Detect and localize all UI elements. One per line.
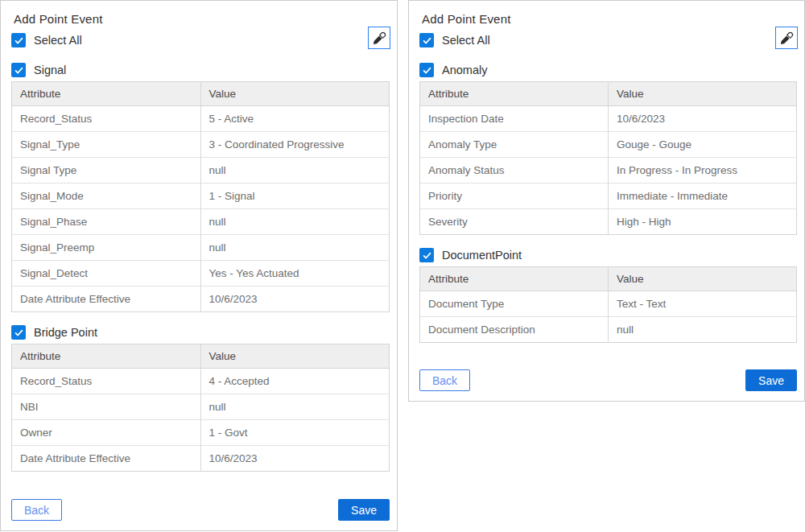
attribute-table-documentpoint: Attribute Value Document TypeText - Text…: [419, 266, 797, 343]
panel-footer: Back Save: [419, 369, 797, 391]
column-header-attribute: Attribute: [12, 344, 201, 369]
attribute-cell: Date Attribute Effective: [12, 287, 201, 312]
check-icon: [422, 35, 432, 46]
table-row: Date Attribute Effective10/6/2023: [12, 287, 390, 312]
table-row: Document TypeText - Text: [420, 291, 797, 317]
attribute-cell: Document Description: [420, 317, 609, 343]
checkbox-anomaly[interactable]: [419, 63, 434, 77]
attribute-cell: Date Attribute Effective: [12, 446, 201, 472]
page: Add Point Event Select All Signal Attrib…: [0, 0, 805, 532]
column-header-value: Value: [609, 82, 797, 106]
checkbox-signal[interactable]: [11, 63, 26, 77]
section-row-bridge-point: Bridge Point: [11, 325, 390, 340]
value-cell: Gouge - Gouge: [609, 132, 797, 158]
table-row: Signal_Type3 - Coordinated Progressive: [12, 132, 390, 158]
attribute-cell: Signal_Mode: [12, 184, 201, 209]
column-header-value: Value: [200, 344, 390, 369]
table-header-row: Attribute Value: [12, 344, 390, 369]
check-icon: [14, 35, 24, 46]
select-all-row: Select All: [11, 33, 390, 47]
attribute-cell: Signal_Detect: [12, 261, 201, 287]
table-row: Signal_DetectYes - Yes Actuated: [12, 261, 390, 287]
section-row-anomaly: Anomaly: [419, 63, 797, 77]
table-row: Document Descriptionnull: [420, 317, 797, 343]
value-cell: null: [200, 209, 390, 235]
table-row: Signal_Mode1 - Signal: [12, 184, 390, 209]
attribute-cell: Anomaly Status: [420, 158, 609, 184]
value-cell: 1 - Govt: [200, 420, 390, 446]
section-row-documentpoint: DocumentPoint: [419, 248, 797, 262]
eyedropper-button[interactable]: [368, 27, 390, 49]
table-header-row: Attribute Value: [420, 267, 797, 291]
column-header-value: Value: [609, 267, 797, 291]
attribute-cell: Owner: [12, 420, 201, 446]
select-all-label: Select All: [34, 34, 82, 47]
table-row: NBInull: [12, 394, 390, 420]
section-label-documentpoint: DocumentPoint: [442, 249, 522, 262]
value-cell: Text - Text: [609, 291, 797, 317]
add-point-event-panel-right: Add Point Event Select All Anomaly Attri…: [408, 0, 805, 402]
attribute-cell: Anomaly Type: [420, 132, 609, 158]
column-header-attribute: Attribute: [420, 267, 609, 291]
eyedropper-button[interactable]: [775, 27, 798, 49]
check-icon: [422, 65, 432, 76]
attribute-cell: Record_Status: [12, 369, 201, 394]
table-row: Anomaly StatusIn Progress - In Progress: [420, 158, 797, 184]
value-cell: null: [200, 158, 390, 184]
select-all-checkbox[interactable]: [419, 33, 434, 47]
back-button[interactable]: Back: [419, 369, 470, 391]
table-row: Record_Status5 - Active: [12, 106, 390, 132]
value-cell: 3 - Coordinated Progressive: [200, 132, 390, 158]
eyedropper-icon: [779, 31, 795, 46]
attribute-cell: Signal_Phase: [12, 209, 201, 235]
table-row: Signal Typenull: [12, 158, 390, 184]
attribute-cell: Signal_Preemp: [12, 235, 201, 261]
section-row-signal: Signal: [11, 63, 390, 77]
attribute-cell: Record_Status: [12, 106, 201, 132]
save-button[interactable]: Save: [745, 369, 797, 391]
table-row: SeverityHigh - High: [420, 209, 797, 235]
table-row: Record_Status4 - Accepted: [12, 369, 390, 394]
select-all-checkbox[interactable]: [11, 33, 26, 47]
attribute-table-anomaly: Attribute Value Inspection Date10/6/2023…: [419, 81, 797, 235]
value-cell: 4 - Accepted: [200, 369, 390, 394]
value-cell: 10/6/2023: [609, 106, 797, 132]
value-cell: null: [609, 317, 797, 343]
checkbox-bridge-point[interactable]: [11, 325, 26, 340]
panel-footer: Back Save: [11, 499, 390, 521]
check-icon: [14, 328, 24, 338]
table-row: PriorityImmediate - Immediate: [420, 184, 797, 209]
table-row: Inspection Date10/6/2023: [420, 106, 797, 132]
select-all-row: Select All: [419, 33, 797, 47]
attribute-table-bridge-point: Attribute Value Record_Status4 - Accepte…: [11, 344, 390, 472]
value-cell: null: [200, 235, 390, 261]
value-cell: Yes - Yes Actuated: [200, 261, 390, 287]
back-button[interactable]: Back: [11, 499, 62, 521]
table-row: Date Attribute Effective10/6/2023: [12, 446, 390, 472]
select-all-label: Select All: [442, 34, 490, 47]
attribute-cell: Document Type: [420, 291, 609, 317]
attribute-cell: Signal Type: [12, 158, 201, 184]
table-row: Owner1 - Govt: [12, 420, 390, 446]
attribute-cell: Signal_Type: [12, 132, 201, 158]
column-header-attribute: Attribute: [420, 82, 609, 106]
table-row: Anomaly TypeGouge - Gouge: [420, 132, 797, 158]
section-label-signal: Signal: [34, 64, 66, 76]
attribute-cell: NBI: [12, 394, 201, 420]
value-cell: Immediate - Immediate: [609, 184, 797, 209]
eyedropper-icon: [372, 31, 387, 46]
value-cell: 10/6/2023: [200, 287, 390, 312]
add-point-event-panel-left: Add Point Event Select All Signal Attrib…: [0, 0, 398, 531]
section-label-anomaly: Anomaly: [442, 64, 487, 76]
checkbox-documentpoint[interactable]: [419, 248, 434, 262]
page-title: Add Point Event: [14, 12, 390, 26]
value-cell: 10/6/2023: [200, 446, 390, 472]
attribute-cell: Inspection Date: [420, 106, 609, 132]
table-header-row: Attribute Value: [12, 82, 390, 106]
table-header-row: Attribute Value: [420, 82, 797, 106]
section-label-bridge-point: Bridge Point: [34, 326, 97, 339]
save-button[interactable]: Save: [338, 499, 390, 521]
table-row: Signal_Phasenull: [12, 209, 390, 235]
check-icon: [422, 250, 432, 261]
attribute-cell: Priority: [420, 184, 609, 209]
